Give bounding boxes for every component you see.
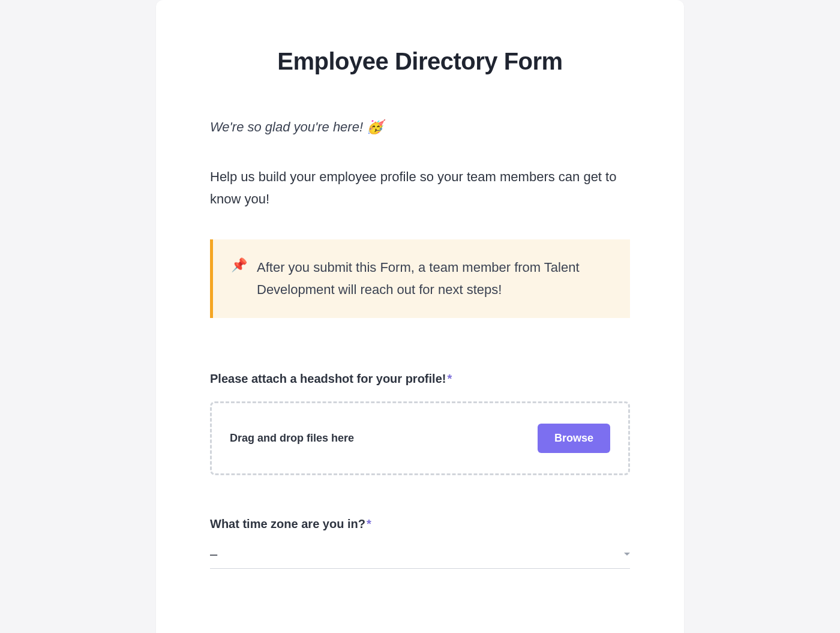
required-marker: *	[367, 517, 371, 530]
pushpin-icon: 📌	[231, 256, 247, 275]
intro-body-text: Help us build your employee profile so y…	[210, 166, 630, 211]
timezone-select[interactable]: –	[210, 547, 630, 569]
headshot-field-group: Please attach a headshot for your profil…	[210, 372, 630, 475]
browse-button[interactable]: Browse	[538, 424, 610, 453]
timezone-selected-value: –	[210, 547, 217, 562]
dropzone-hint-text: Drag and drop files here	[230, 432, 354, 445]
callout-box: 📌 After you submit this Form, a team mem…	[210, 239, 630, 318]
file-dropzone[interactable]: Drag and drop files here Browse	[210, 401, 630, 475]
required-marker: *	[447, 372, 452, 385]
chevron-down-icon	[624, 553, 630, 556]
form-title: Employee Directory Form	[210, 48, 630, 75]
headshot-label: Please attach a headshot for your profil…	[210, 372, 630, 386]
intro-italic-text: We're so glad you're here! 🥳	[210, 117, 630, 137]
callout-text: After you submit this Form, a team membe…	[257, 256, 613, 301]
timezone-label-text: What time zone are you in?	[210, 517, 365, 530]
timezone-label: What time zone are you in?*	[210, 517, 630, 531]
timezone-field-group: What time zone are you in?* –	[210, 517, 630, 569]
headshot-label-text: Please attach a headshot for your profil…	[210, 372, 446, 385]
form-card: Employee Directory Form We're so glad yo…	[156, 0, 684, 633]
